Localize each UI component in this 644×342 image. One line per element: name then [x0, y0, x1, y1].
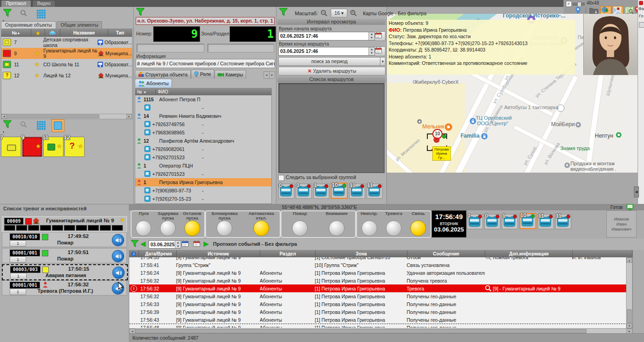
- object-tile-12[interactable]: 12?★: [64, 137, 85, 157]
- zoom-in-icon[interactable]: +: [350, 10, 356, 16]
- objects-hscrollbar[interactable]: ◂ ▸: [1, 114, 132, 119]
- speaker-button[interactable]: [112, 250, 124, 262]
- col-star-icon[interactable]: ★: [31, 29, 46, 37]
- objects-table-header[interactable]: № ▲★НазваниеТип: [1, 29, 132, 37]
- filter-icon[interactable]: ▾: [3, 9, 14, 20]
- osm-map-icon[interactable]: [625, 6, 634, 14]
- group-badge-11[interactable]: 11: [538, 214, 554, 229]
- group-badge-10[interactable]: 10: [519, 213, 536, 229]
- map-poi[interactable]: [417, 119, 422, 124]
- contact-phone-row[interactable]: +79262701523-: [135, 153, 271, 162]
- contact-row[interactable]: 1Петрова Ирина Григорьевна: [135, 178, 271, 186]
- object-row[interactable]: 9★Гуманитарный лицей № 9Муниципа...: [1, 48, 132, 59]
- events-date-input[interactable]: 03.06.2025▲▼: [149, 240, 181, 249]
- map-poi[interactable]: [616, 132, 621, 138]
- filter-icon[interactable]: ▾: [279, 8, 290, 19]
- search-period-button[interactable]: поиск за период: [278, 57, 380, 66]
- col-info-icon[interactable]: i: [129, 250, 139, 257]
- alarm-count-button[interactable]: 1: [10, 273, 27, 279]
- control-button[interactable]: Связь: [406, 211, 431, 236]
- aux-field-2[interactable]: [207, 44, 274, 52]
- alarm-item[interactable]: 00003/00317:50:151Авария питания: [2, 264, 128, 280]
- object-row[interactable]: ?12★Лицей № 12Муниципа...: [1, 70, 132, 81]
- col-number[interactable]: № ▲: [1, 29, 31, 37]
- save-icon[interactable]: [639, 22, 644, 28]
- control-button[interactable]: Блокировка пуска: [212, 211, 237, 236]
- marker-size-slider[interactable]: [573, 3, 585, 6]
- info-field[interactable]: й лицей № 9 / Состояния приборов / Состо…: [136, 59, 275, 68]
- route-start-input[interactable]: 02.06.2025 17:46▲▼: [278, 32, 375, 41]
- group-badge-0[interactable]: 0: [278, 184, 294, 199]
- follow-checkbox[interactable]: [278, 175, 284, 181]
- control-button[interactable]: Останов пуска: [180, 211, 204, 236]
- contact-phone-row[interactable]: +7(926)270-15-23-: [135, 195, 271, 203]
- events-col-4[interactable]: Зона: [316, 250, 408, 257]
- map-poi[interactable]: [564, 162, 570, 168]
- contact-row[interactable]: 1115Абонент Петров П: [135, 95, 271, 104]
- group-badge-1[interactable]: 1: [502, 214, 518, 229]
- alarm-count-button[interactable]: 1: [10, 256, 26, 263]
- search-icon[interactable]: [20, 10, 31, 21]
- contact-phone-row[interactable]: +7(906)980-97-73-: [135, 186, 271, 195]
- events-table-header[interactable]: iДата/ВремяИсточникРазделЗонаСообщениеДо…: [129, 250, 632, 257]
- group-badge-10[interactable]: 10: [331, 183, 348, 199]
- event-row[interactable]: 17:56:48[9] Гуманитарный лицей № 9Абонен…: [129, 324, 632, 328]
- map-poi[interactable]: [575, 122, 581, 128]
- zoom-out-icon[interactable]: −: [321, 10, 327, 16]
- object-row[interactable]: 11★СО Школа № 11Образоват...: [1, 59, 132, 70]
- control-button[interactable]: Пуск: [132, 211, 156, 236]
- contact-phone-row[interactable]: -: [135, 104, 271, 112]
- contact-phone-row[interactable]: +79683698965-: [135, 128, 271, 137]
- events-col-5[interactable]: Сообщение: [408, 250, 486, 257]
- foreign-menu-gl[interactable]: Гл: [639, 14, 644, 18]
- objects-tab-2[interactable]: Общие элементы: [57, 21, 103, 29]
- control-button[interactable]: Тревога: [381, 211, 406, 236]
- col-contact-number[interactable]: № ▼: [135, 89, 156, 94]
- contacts-header[interactable]: № ▼ФИО: [135, 88, 271, 95]
- grid-icon[interactable]: [37, 121, 48, 132]
- events-col-2[interactable]: Источник: [177, 250, 260, 257]
- map-poi[interactable]: [445, 123, 452, 131]
- contact-row[interactable]: 14Ревякин Никита Вадимович: [135, 112, 271, 120]
- control-button[interactable]: Автоматика откл.: [248, 211, 274, 236]
- col-contact-fio[interactable]: ФИО: [156, 89, 168, 94]
- object-tab-4[interactable]: Абоненты: [135, 79, 172, 87]
- speaker-button[interactable]: [112, 267, 125, 279]
- aux-field-1[interactable]: [137, 44, 204, 52]
- col-name[interactable]: Название: [60, 29, 108, 37]
- operator-name-box[interactable]: ИвановИванИванович: [606, 210, 637, 238]
- window-tab-1[interactable]: Протокол: [1, 0, 31, 7]
- group-badge-11[interactable]: 11: [367, 184, 383, 199]
- alarm-count-button[interactable]: 1: [10, 240, 26, 247]
- tile-view-icon[interactable]: [52, 119, 64, 132]
- grid-icon[interactable]: [37, 10, 48, 21]
- object-tab-2[interactable]: Реле: [191, 70, 214, 78]
- object-tab-3[interactable]: Камеры: [214, 70, 246, 79]
- search-icon[interactable]: [20, 121, 31, 132]
- object-tile-11[interactable]: 11★: [43, 137, 63, 157]
- contact-row[interactable]: 1Оператор ПЦН: [135, 162, 271, 170]
- folder-download-icon[interactable]: [589, 7, 598, 14]
- control-button[interactable]: Пожар: [287, 211, 313, 236]
- col-vehicle-icon[interactable]: [45, 29, 60, 37]
- object-tile-9[interactable]: 9★: [22, 137, 42, 157]
- next-day-arrow[interactable]: ▶: [204, 240, 208, 247]
- scale-select[interactable]: 16 ▾: [331, 9, 347, 17]
- filter-icon[interactable]: ▾: [3, 120, 14, 131]
- calendar-button[interactable]: [374, 31, 385, 41]
- events-vscrollbar[interactable]: ▴ ▾: [626, 257, 632, 329]
- alarm-summary[interactable]: 00009 Гуманитарный лицей № 9 ★: [2, 216, 127, 232]
- group-badge-0[interactable]: 0: [467, 214, 483, 229]
- event-row[interactable]: 17:54:55[9] Гуманитарный лицей № 9[1] Со…: [129, 257, 632, 261]
- calendar-red-icon[interactable]: [193, 240, 200, 247]
- control-button[interactable]: Внимание: [324, 211, 350, 236]
- alarm-item[interactable]: 00001/00117:50:511Пожар: [2, 248, 127, 263]
- group-badge-11[interactable]: 11: [349, 184, 365, 199]
- contact-phone-row[interactable]: +79263749756-: [135, 120, 271, 128]
- objects-tab-1[interactable]: Охраняемые объекты: [1, 21, 56, 29]
- map-pin-icon[interactable]: [575, 7, 581, 14]
- event-row[interactable]: 17:56:32[9] Гуманитарный лицей № 9Абонен…: [129, 277, 632, 284]
- tabs-scroll-right[interactable]: ▸: [269, 71, 275, 79]
- events-col-1[interactable]: Дата/Время: [139, 250, 177, 257]
- event-row[interactable]: 17:56:39[9] Гуманитарный лицей № 9Абонен…: [129, 308, 632, 316]
